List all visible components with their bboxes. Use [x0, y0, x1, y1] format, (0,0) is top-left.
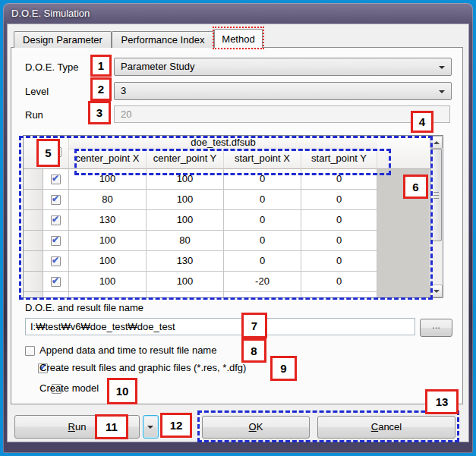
callout-7: 7	[241, 313, 267, 338]
doe-type-label: D.O.E. Type	[25, 61, 79, 73]
cell[interactable]: 100	[69, 231, 147, 251]
row-checkbox[interactable]	[51, 297, 61, 299]
cell[interactable]: 0	[224, 231, 301, 251]
table-header-filler	[377, 136, 430, 169]
cell[interactable]: 0	[224, 190, 301, 210]
scroll-up-button[interactable]	[430, 136, 443, 149]
row-selector[interactable]	[24, 231, 43, 251]
column-header-start-point-x[interactable]: start_point X	[224, 149, 301, 169]
append-date-time-label: Append data and time to result file name	[39, 344, 216, 356]
column-header-center-point-y[interactable]: center_point Y	[147, 149, 224, 169]
row-checkbox[interactable]	[51, 215, 61, 225]
callout-8: 8	[241, 338, 266, 363]
run-count-field: 20	[114, 105, 450, 123]
create-result-files-label: Create result files and graphic files (*…	[39, 362, 246, 373]
scrollbar-thumb[interactable]	[430, 149, 442, 241]
level-dropdown[interactable]: 3	[114, 82, 452, 100]
window-title: D.O.E. Simulation	[11, 8, 90, 19]
cell[interactable]	[301, 292, 377, 298]
run-label: Run	[25, 109, 43, 121]
doe-table: doe_test.dfsub center_point X center_poi…	[23, 135, 443, 298]
table-row[interactable]: 100 100 0 0	[24, 169, 430, 190]
cell[interactable]: 100	[147, 169, 224, 190]
cell[interactable]: 0	[301, 251, 377, 272]
screenshot-canvas: D.O.E. Simulation Design Parameter Perfo…	[0, 0, 476, 456]
callout-5: 5	[36, 139, 60, 167]
cell[interactable]: 0	[301, 231, 377, 251]
file-name-input[interactable]	[25, 318, 415, 335]
cell[interactable]	[69, 292, 147, 298]
callout-9: 9	[270, 356, 297, 381]
table-row[interactable]: 130 100 0 0	[24, 210, 430, 231]
cell[interactable]: 100	[69, 251, 147, 272]
level-value: 3	[121, 85, 126, 96]
cell[interactable]: 100	[147, 210, 224, 231]
cell[interactable]: 0	[301, 190, 377, 210]
doe-type-dropdown[interactable]: Parameter Study	[114, 58, 452, 76]
cell[interactable]: 80	[69, 190, 147, 210]
chevron-down-icon	[147, 426, 153, 429]
thumb-grip-icon	[433, 192, 439, 193]
row-selector[interactable]	[24, 292, 43, 298]
level-label: Level	[25, 86, 49, 97]
cell[interactable]: 100	[69, 169, 147, 190]
run-options-dropdown-button[interactable]	[143, 415, 159, 439]
cell[interactable]: 130	[147, 251, 224, 272]
table-group-header: doe_test.dfsub	[69, 136, 377, 149]
callout-11: 11	[95, 414, 128, 439]
row-checkbox[interactable]	[51, 277, 61, 287]
callout-13: 13	[425, 389, 459, 414]
row-checkbox[interactable]	[51, 175, 61, 184]
cell[interactable]: 100	[147, 272, 224, 292]
cell[interactable]: 0	[301, 272, 377, 292]
table-row[interactable]: 100 100 -20 0	[24, 272, 430, 292]
cell[interactable]: 130	[69, 210, 147, 231]
tab-performance-index[interactable]: Performance Index	[112, 31, 214, 48]
row-selector[interactable]	[24, 169, 43, 190]
browse-button[interactable]: ...	[420, 319, 452, 337]
chevron-down-icon	[439, 90, 445, 93]
table-row[interactable]: 100 80 0 0	[24, 231, 430, 251]
callout-12: 12	[160, 413, 192, 438]
table-row[interactable]: 80 100 0 0	[24, 190, 430, 210]
cell[interactable]: 100	[69, 272, 147, 292]
cell[interactable]: 0	[301, 210, 377, 231]
row-checkbox[interactable]	[51, 236, 61, 246]
callout-10: 10	[107, 378, 137, 404]
create-model-label: Create model	[39, 382, 99, 394]
cell[interactable]: 0	[224, 210, 301, 231]
table-row-partial[interactable]	[24, 292, 430, 298]
arrow-up-icon	[433, 141, 440, 144]
cell[interactable]: 80	[147, 231, 224, 251]
callout-4: 4	[411, 111, 433, 133]
cell[interactable]	[147, 292, 224, 298]
callout-3: 3	[88, 101, 111, 124]
cell[interactable]	[224, 292, 301, 298]
chevron-down-icon	[439, 66, 445, 69]
row-checkbox[interactable]	[51, 195, 61, 205]
thumb-grip-icon	[433, 195, 439, 196]
cell[interactable]: 0	[224, 169, 301, 190]
scroll-down-button[interactable]	[430, 285, 443, 297]
append-date-time-checkbox[interactable]	[25, 346, 35, 356]
table-scrollbar[interactable]	[430, 136, 443, 297]
cell[interactable]: 0	[301, 169, 377, 190]
row-checkbox[interactable]	[51, 256, 61, 266]
row-selector[interactable]	[24, 190, 43, 210]
row-selector[interactable]	[24, 210, 43, 231]
cell[interactable]: -20	[224, 272, 301, 292]
cancel-button[interactable]: Cancel	[317, 416, 456, 439]
column-header-center-point-x[interactable]: center_point X	[69, 149, 147, 169]
callout-2: 2	[90, 77, 112, 101]
thumb-grip-icon	[433, 198, 439, 199]
table-row[interactable]: 100 130 0 0	[24, 251, 430, 272]
column-header-start-point-y[interactable]: start_point Y	[301, 149, 377, 169]
row-selector[interactable]	[24, 272, 43, 292]
doe-type-value: Parameter Study	[121, 61, 195, 72]
tab-design-parameter[interactable]: Design Parameter	[14, 31, 112, 48]
ok-button[interactable]: OK	[202, 416, 310, 439]
row-selector[interactable]	[24, 251, 43, 272]
cell[interactable]: 100	[147, 190, 224, 210]
cell[interactable]: 0	[224, 251, 301, 272]
tab-method[interactable]: Method	[214, 29, 263, 48]
